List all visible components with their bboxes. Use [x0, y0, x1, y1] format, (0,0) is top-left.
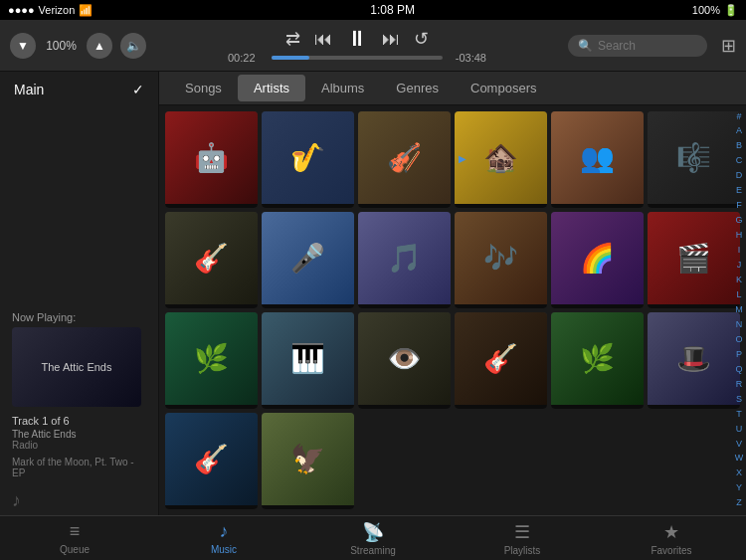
alpha-char-g[interactable]: G: [735, 216, 742, 226]
alpha-char-#[interactable]: #: [736, 112, 741, 122]
alpha-char-s[interactable]: S: [736, 395, 742, 405]
nav-item-music[interactable]: ♪Music: [149, 517, 298, 559]
alpha-char-u[interactable]: U: [736, 425, 743, 435]
artist-card[interactable]: 👥Audience2 Albums: [551, 111, 644, 208]
alpha-char-n[interactable]: N: [736, 320, 743, 330]
artist-info: Bill Charlap Trio1 Album: [262, 405, 354, 409]
artist-card[interactable]: 🎷Arne Domnerus &...1 Album: [262, 111, 354, 208]
artist-card[interactable]: 🎸B.B. King1 Album: [165, 212, 258, 308]
next-button[interactable]: ⏭: [382, 30, 400, 48]
alpha-char-a[interactable]: A: [736, 126, 742, 136]
artist-info: Aranda1 Album: [165, 204, 258, 208]
artist-card[interactable]: 🎹Bill Charlap Trio1 Album: [262, 312, 354, 409]
alpha-char-l[interactable]: L: [736, 290, 741, 300]
alpha-char-x[interactable]: X: [736, 468, 742, 478]
progress-track[interactable]: [272, 56, 443, 60]
alpha-char-o[interactable]: O: [735, 335, 742, 345]
artist-card[interactable]: 🤖Aranda1 Album: [165, 111, 258, 208]
artist-info: Bob Marley & the...1 Album: [551, 405, 644, 409]
alpha-char-k[interactable]: K: [736, 276, 742, 285]
artist-thumbnail: 🤖: [165, 111, 258, 204]
content-area: Songs Artists Albums Genres Composers #A…: [159, 72, 746, 515]
artist-thumbnail: 🎸: [165, 212, 258, 304]
artist-name: Blind Faith: [362, 408, 447, 409]
artist-card[interactable]: 🎵The Beatles15 Albums: [358, 212, 451, 308]
alpha-char-f[interactable]: F: [736, 201, 742, 211]
tab-genres[interactable]: Genres: [380, 75, 455, 101]
shuffle-button[interactable]: ⇄: [285, 30, 300, 48]
artist-card[interactable]: 🎸Bob Dylan1 Album: [455, 312, 547, 409]
tab-artists[interactable]: Artists: [238, 75, 305, 101]
alpha-char-q[interactable]: Q: [735, 365, 742, 375]
nav-item-streaming[interactable]: 📡Streaming: [298, 517, 448, 560]
alpha-char-r[interactable]: R: [736, 380, 743, 390]
alpha-char-t[interactable]: T: [736, 410, 742, 420]
alpha-char-v[interactable]: V: [736, 440, 742, 450]
airplay-button[interactable]: ⊞: [721, 35, 736, 57]
volume-up-button[interactable]: ▲: [87, 33, 112, 59]
artist-thumbnail: 🦅: [262, 413, 354, 505]
status-left: ●●●● Verizon 📶: [8, 4, 93, 17]
tab-albums[interactable]: Albums: [305, 75, 380, 101]
nav-item-favorites[interactable]: ★Favorites: [597, 517, 746, 560]
artist-card[interactable]: 🎼The Avison Ensem...1 Album: [648, 111, 740, 208]
artist-card[interactable]: 🎤Beastie Boys1 Album: [262, 212, 354, 308]
alpha-char-p[interactable]: P: [736, 350, 742, 360]
controls-bar: ▼ 100% ▲ 🔈 ⇄ ⏮ ⏸ ⏭ ↺ 00:22 -03:48 🔍 ⊞: [0, 20, 746, 72]
artist-card[interactable]: 👁️Blind Faith1 Album: [358, 312, 451, 409]
mute-button[interactable]: 🔈: [120, 33, 146, 59]
tab-composers[interactable]: Composers: [455, 75, 552, 101]
artist-card[interactable]: 🎸Bonnie Raitt1 Album: [165, 413, 258, 509]
volume-percent: 100%: [44, 39, 79, 53]
artist-card[interactable]: 🎻Arne Domnerus, B...1 Album: [358, 111, 451, 208]
alpha-char-c[interactable]: C: [736, 156, 743, 166]
battery-icon: 🔋: [724, 4, 738, 17]
play-pause-button[interactable]: ⏸: [346, 28, 368, 50]
repeat-button[interactable]: ↺: [414, 30, 429, 48]
sidebar-item-main[interactable]: Main ✓: [0, 72, 158, 107]
artist-art-inner: 🎶: [455, 212, 547, 304]
transport-area: ⇄ ⏮ ⏸ ⏭ ↺ 00:22 -03:48: [154, 28, 560, 64]
nav-item-queue[interactable]: ≡Queue: [0, 517, 149, 559]
volume-down-button[interactable]: ▼: [10, 33, 36, 59]
alpha-char-j[interactable]: J: [737, 261, 742, 271]
artist-card[interactable]: 🌈Beautiful People1 Album: [551, 212, 644, 308]
alpha-char-d[interactable]: D: [736, 171, 743, 181]
favorites-label: Favorites: [651, 545, 691, 556]
now-playing-track: Track 1 of 6: [0, 413, 158, 429]
artist-art-inner: 🎷: [262, 111, 354, 204]
artist-art-inner: 👁️: [358, 312, 451, 405]
alpha-char-b[interactable]: B: [736, 141, 742, 151]
artist-grid: 🤖Aranda1 Album🎷Arne Domnerus &...1 Album…: [159, 105, 746, 515]
artist-name: Bernard Herrmann: [652, 307, 736, 308]
artist-card[interactable]: 🦅Born Ruffians1 Album: [262, 413, 354, 509]
tab-songs[interactable]: Songs: [169, 75, 238, 101]
artist-card[interactable]: 🎩Bobby Short1 Album: [648, 312, 740, 409]
artist-info: Blind Faith1 Album: [358, 405, 451, 409]
artist-art-inner: 🦅: [262, 413, 354, 505]
alpha-char-w[interactable]: W: [735, 454, 744, 464]
artist-thumbnail: 🎻: [358, 111, 451, 204]
artist-info: Beatles1 Album: [455, 304, 547, 308]
music-label: Music: [211, 544, 237, 555]
artist-card[interactable]: 🌿Bob Marley & the...1 Album: [551, 312, 644, 409]
now-playing-indicator: ▶: [459, 152, 466, 163]
nav-item-playlists[interactable]: ☰Playlists: [448, 517, 597, 560]
prev-button[interactable]: ⏮: [314, 30, 332, 48]
time-elapsed: 00:22: [228, 52, 266, 64]
playlists-icon: ☰: [514, 521, 530, 543]
search-input[interactable]: [598, 39, 692, 53]
alpha-char-z[interactable]: Z: [736, 498, 742, 508]
alpha-char-e[interactable]: E: [736, 186, 742, 196]
wifi-icon: 📶: [79, 4, 93, 17]
artist-card[interactable]: 🎶Beatles1 Album: [455, 212, 547, 308]
artist-info: Bernard Herrmann1 Album: [648, 304, 740, 308]
artist-card[interactable]: 🏚️▶The Attic Ends1 Album: [455, 111, 547, 208]
artist-card[interactable]: 🎬Bernard Herrmann1 Album: [648, 212, 740, 308]
alpha-char-h[interactable]: H: [736, 231, 743, 241]
alpha-char-y[interactable]: Y: [736, 483, 742, 493]
artist-card[interactable]: 🌿Bien Nghin Thu O...1 Album: [165, 312, 258, 409]
artist-art-inner: 🎬: [648, 212, 740, 304]
alpha-char-m[interactable]: M: [735, 305, 743, 315]
alpha-char-i[interactable]: I: [738, 246, 741, 256]
